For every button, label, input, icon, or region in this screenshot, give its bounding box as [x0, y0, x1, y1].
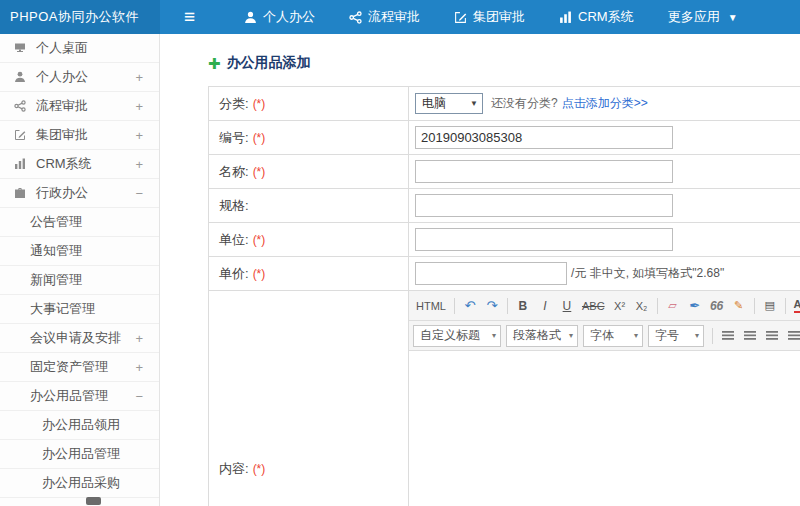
- align-left-button[interactable]: [718, 325, 738, 347]
- nav-crm-system[interactable]: CRM系统: [542, 0, 651, 34]
- page-title: 办公用品添加: [227, 54, 311, 72]
- unit-label: 单位: (*): [209, 223, 409, 256]
- nav-workflow-approval[interactable]: 流程审批: [332, 0, 437, 34]
- blockquote-button[interactable]: 66: [707, 295, 727, 317]
- rich-text-editor: HTML ↶ ↷ B I U ABC X² X₂ ▱ ✒: [409, 291, 800, 506]
- desktop-icon: [14, 42, 28, 55]
- label-text: 编号:: [219, 129, 249, 147]
- expand-icon[interactable]: +: [135, 128, 143, 143]
- sidebar-item-personal-office[interactable]: 个人办公 +: [0, 63, 159, 92]
- align-justify-button[interactable]: [784, 325, 800, 347]
- select-arrow-icon: ▼: [470, 99, 478, 108]
- sidebar-item-supplies-manage[interactable]: 办公用品管理: [0, 440, 159, 469]
- align-center-icon: [744, 331, 756, 340]
- redo-button[interactable]: ↷: [482, 295, 502, 317]
- code-input[interactable]: [415, 126, 673, 149]
- sidebar-item-label: CRM系统: [36, 155, 92, 173]
- insert-table-button[interactable]: ▤: [760, 295, 780, 317]
- html-source-button[interactable]: HTML: [413, 295, 449, 317]
- edit-icon: [14, 129, 28, 142]
- sidebar-item-group-approval[interactable]: 集团审批 +: [0, 121, 159, 150]
- expand-icon[interactable]: +: [135, 99, 143, 114]
- price-input[interactable]: [415, 262, 567, 285]
- label-text: 规格:: [219, 197, 249, 215]
- sidebar-item-label: 办公用品管理: [30, 387, 108, 405]
- nav-more-apps[interactable]: 更多应用 ▼: [651, 0, 755, 34]
- strikethrough-button[interactable]: ABC: [579, 295, 608, 317]
- unit-input[interactable]: [415, 228, 673, 251]
- italic-button[interactable]: I: [535, 295, 555, 317]
- sidebar-item-office-supplies-mgmt[interactable]: 办公用品管理 −: [0, 382, 159, 411]
- align-center-button[interactable]: [740, 325, 760, 347]
- form-row-unit: 单位: (*): [209, 223, 800, 257]
- content-field: HTML ↶ ↷ B I U ABC X² X₂ ▱ ✒: [409, 291, 800, 506]
- sidebar-item-notice-mgmt[interactable]: 通知管理: [0, 237, 159, 266]
- menu-icon[interactable]: ≡: [160, 0, 219, 34]
- sidebar-item-label: 行政办公: [36, 184, 88, 202]
- toolbar-divider: [712, 328, 713, 344]
- caret-down-icon: ▾: [695, 331, 699, 340]
- font-family-select[interactable]: 字体 ▾: [583, 325, 643, 347]
- subscript-button[interactable]: X₂: [632, 295, 652, 317]
- unit-field: [409, 223, 800, 256]
- code-field: [409, 121, 800, 154]
- select-value: 电脑: [422, 95, 446, 112]
- expand-icon[interactable]: +: [135, 331, 143, 346]
- label-text: 名称:: [219, 163, 249, 181]
- toolbar-divider: [507, 298, 508, 314]
- sidebar-item-label: 办公用品采购: [42, 474, 120, 492]
- align-right-icon: [766, 331, 778, 340]
- expand-icon[interactable]: +: [135, 360, 143, 375]
- required-mark: (*): [253, 267, 266, 281]
- paragraph-format-select[interactable]: 段落格式 ▾: [506, 325, 578, 347]
- page-header: ✚ 办公用品添加: [208, 52, 800, 74]
- font-size-select[interactable]: 字号 ▾: [648, 325, 704, 347]
- label-text: 单位:: [219, 231, 249, 249]
- sidebar-item-supplies-purchase[interactable]: 办公用品采购: [0, 469, 159, 498]
- add-category-link[interactable]: 点击添加分类>>: [562, 95, 648, 112]
- label-text: 内容:: [219, 460, 249, 478]
- custom-title-select[interactable]: 自定义标题 ▾: [413, 325, 501, 347]
- sidebar-item-memorabilia-mgmt[interactable]: 大事记管理: [0, 295, 159, 324]
- sidebar-item-supplies-claim[interactable]: 办公用品领用: [0, 411, 159, 440]
- toolbar-divider: [785, 298, 786, 314]
- expand-icon[interactable]: +: [135, 157, 143, 172]
- sidebar-item-fixed-assets-mgmt[interactable]: 固定资产管理 +: [0, 353, 159, 382]
- sidebar-scrollbar-thumb[interactable]: [86, 497, 101, 505]
- expand-icon[interactable]: +: [135, 70, 143, 85]
- undo-button[interactable]: ↶: [460, 295, 480, 317]
- sidebar-item-news-mgmt[interactable]: 新闻管理: [0, 266, 159, 295]
- spec-field: [409, 189, 800, 222]
- editor-toolbar-row1: HTML ↶ ↷ B I U ABC X² X₂ ▱ ✒: [409, 291, 800, 321]
- nav-personal-office[interactable]: 个人办公: [227, 0, 332, 34]
- collapse-icon[interactable]: −: [135, 186, 143, 201]
- sidebar-item-personal-desktop[interactable]: 个人桌面: [0, 34, 159, 63]
- label-text: 分类:: [219, 95, 249, 113]
- form-row-code: 编号: (*): [209, 121, 800, 155]
- bold-button[interactable]: B: [513, 295, 533, 317]
- category-select[interactable]: 电脑 ▼: [415, 93, 483, 114]
- align-justify-icon: [788, 331, 800, 340]
- caret-down-icon: ▾: [634, 331, 638, 340]
- sidebar-item-admin-office[interactable]: 行政办公 −: [0, 179, 159, 208]
- sidebar-item-meeting-request[interactable]: 会议申请及安排 +: [0, 324, 159, 353]
- pencil-button[interactable]: ✎: [729, 295, 749, 317]
- sidebar-item-crm[interactable]: CRM系统 +: [0, 150, 159, 179]
- spec-label: 规格:: [209, 189, 409, 222]
- font-color-button[interactable]: A ▾: [791, 295, 800, 317]
- remove-format-button[interactable]: ▱: [663, 295, 683, 317]
- name-input[interactable]: [415, 160, 673, 183]
- nav-group-approval[interactable]: 集团审批: [437, 0, 542, 34]
- spec-input[interactable]: [415, 194, 673, 217]
- editor-content-area[interactable]: [409, 351, 800, 506]
- collapse-icon[interactable]: −: [135, 389, 143, 404]
- format-painter-button[interactable]: ✒: [685, 295, 705, 317]
- flow-icon: [349, 11, 362, 24]
- align-right-button[interactable]: [762, 325, 782, 347]
- sidebar-item-workflow-approval[interactable]: 流程审批 +: [0, 92, 159, 121]
- sidebar-item-announcement-mgmt[interactable]: 公告管理: [0, 208, 159, 237]
- app-logo[interactable]: PHPOA协同办公软件: [0, 0, 160, 34]
- select-label: 字号: [655, 327, 679, 344]
- underline-button[interactable]: U: [557, 295, 577, 317]
- superscript-button[interactable]: X²: [610, 295, 630, 317]
